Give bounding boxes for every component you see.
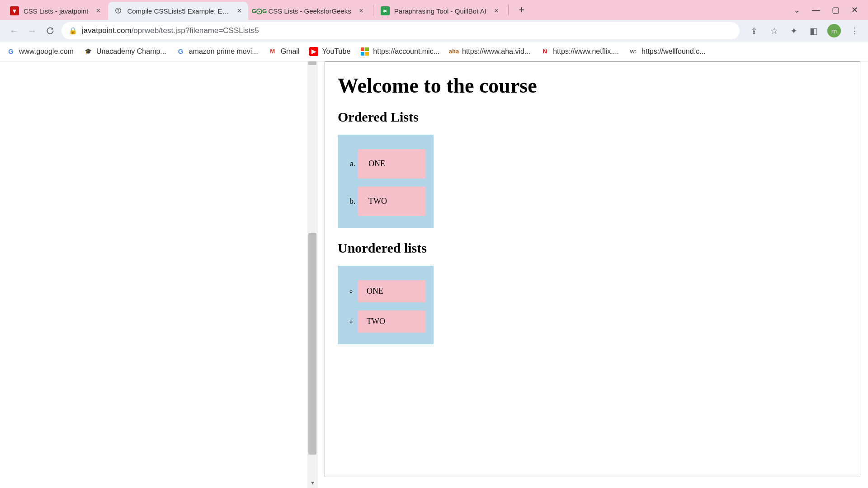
bookmark-netflix[interactable]: N https://www.netflix.... [540, 47, 619, 56]
close-icon[interactable]: × [236, 7, 243, 14]
bookmark-wellfound[interactable]: w: https://wellfound.c... [629, 47, 705, 56]
close-icon[interactable]: × [358, 7, 365, 14]
ordered-list: ONE TWO [346, 149, 425, 216]
list-item: ONE [358, 280, 425, 302]
address-bar: ← → 🔒 javatpoint.com/oprweb/test.jsp?fil… [0, 20, 868, 42]
chevron-down-icon[interactable]: ⌄ [793, 5, 800, 15]
lock-icon: 🔒 [69, 27, 77, 35]
url-domain: javatpoint.com [82, 26, 132, 35]
bookmark-label: https://wellfound.c... [642, 47, 705, 56]
scrollbar-thumb[interactable] [308, 233, 316, 455]
new-tab-button[interactable]: + [514, 2, 529, 18]
kebab-menu-icon[interactable]: ⋮ [848, 24, 861, 37]
bookmark-microsoft-account[interactable]: https://account.mic... [360, 47, 439, 56]
reload-icon [46, 26, 55, 35]
bookmark-star-icon[interactable]: ☆ [768, 24, 780, 37]
tab-css-lists-gfg[interactable]: G⨀G CSS Lists - GeeksforGeeks × [249, 2, 370, 20]
list-item: TWO [358, 187, 425, 216]
tab-css-lists-javatpoint[interactable]: ▼ CSS Lists - javatpoint × [5, 2, 107, 20]
ordered-list-box: ONE TWO [338, 135, 434, 228]
youtube-icon: ▶ [309, 47, 318, 56]
tab-separator [508, 5, 509, 15]
url-path: /oprweb/test.jsp?filename=CSSLists5 [132, 26, 259, 35]
bookmark-label: https://account.mic... [373, 47, 439, 56]
toolbar-right: ⇪ ☆ ✦ ◧ m ⋮ [748, 24, 861, 38]
forward-button[interactable]: → [25, 24, 39, 38]
bookmark-aha[interactable]: aha https://www.aha.vid... [449, 47, 530, 56]
microsoft-icon [360, 47, 369, 56]
back-button[interactable]: ← [7, 24, 21, 38]
side-panel-icon[interactable]: ◧ [807, 24, 820, 37]
share-icon[interactable]: ⇪ [748, 24, 760, 37]
quillbot-icon: ✶ [381, 6, 390, 15]
tab-separator [373, 5, 373, 15]
unacademy-icon: 🎓 [84, 47, 93, 56]
tab-title: CSS Lists - javatpoint [24, 7, 88, 15]
bookmark-unacademy[interactable]: 🎓 Unacademy Champ... [84, 47, 166, 56]
bookmark-label: https://www.aha.vid... [462, 47, 530, 56]
page-viewport: ▾ Welcome to the course Ordered Lists ON… [0, 61, 868, 488]
tab-title: Paraphrasing Tool - QuillBot AI [394, 7, 486, 15]
tab-title: CSS Lists - GeeksforGeeks [268, 7, 351, 15]
bookmark-label: www.google.com [19, 47, 74, 56]
minimize-icon[interactable]: ― [812, 5, 820, 15]
bookmark-gmail[interactable]: M Gmail [268, 47, 300, 56]
url-input[interactable]: 🔒 javatpoint.com/oprweb/test.jsp?filenam… [61, 22, 740, 39]
scroll-down-icon[interactable]: ▾ [307, 479, 317, 486]
google-icon: G [176, 47, 185, 56]
aha-icon: aha [449, 47, 458, 56]
browser-tab-strip: ▼ CSS Lists - javatpoint × Ⓣ Compile CSS… [0, 0, 868, 20]
unordered-list: ONE TWO [346, 280, 425, 333]
reload-button[interactable] [43, 24, 57, 38]
unordered-list-box: ONE TWO [338, 266, 434, 344]
bookmark-label: Unacademy Champ... [96, 47, 166, 56]
netflix-icon: N [540, 47, 549, 56]
ordered-lists-heading: Ordered Lists [338, 109, 847, 125]
unordered-lists-heading: Unordered lists [338, 240, 847, 256]
bookmark-label: amazon prime movi... [189, 47, 258, 56]
tab-quillbot[interactable]: ✶ Paraphrasing Tool - QuillBot AI × [375, 2, 505, 20]
google-icon: G [6, 47, 15, 56]
bookmark-amazon-prime[interactable]: G amazon prime movi... [176, 47, 258, 56]
close-icon[interactable]: × [493, 7, 500, 14]
list-item: ONE [358, 149, 425, 178]
close-window-icon[interactable]: ✕ [851, 5, 858, 15]
maximize-icon[interactable]: ▢ [832, 5, 840, 15]
gmail-icon: M [268, 47, 277, 56]
output-preview-frame: Welcome to the course Ordered Lists ONE … [325, 61, 860, 477]
bookmark-youtube[interactable]: ▶ YouTube [309, 47, 350, 56]
profile-avatar[interactable]: m [827, 24, 841, 38]
geeksforgeeks-icon: G⨀G [255, 6, 264, 15]
tab-title: Compile CSSLists5 Example: Edit… [127, 7, 229, 15]
bookmark-label: https://www.netflix.... [553, 47, 619, 56]
extensions-icon[interactable]: ✦ [788, 24, 800, 37]
bookmark-label: YouTube [322, 47, 350, 56]
page-heading: Welcome to the course [338, 74, 847, 98]
scroll-marker [308, 61, 316, 65]
window-controls: ⌄ ― ▢ ✕ [783, 0, 868, 20]
editor-scrollbar[interactable]: ▾ [307, 61, 317, 488]
javatpoint-icon: ▼ [10, 6, 19, 15]
tab-compile-csslists5[interactable]: Ⓣ Compile CSSLists5 Example: Edit… × [108, 2, 248, 20]
text-cursor-icon: Ⓣ [113, 6, 123, 15]
list-item: TWO [358, 310, 425, 333]
wellfound-icon: w: [629, 47, 638, 56]
bookmark-label: Gmail [281, 47, 300, 56]
bookmark-google[interactable]: G www.google.com [6, 47, 74, 56]
bookmarks-bar: G www.google.com 🎓 Unacademy Champ... G … [0, 42, 868, 61]
close-icon[interactable]: × [94, 7, 102, 14]
